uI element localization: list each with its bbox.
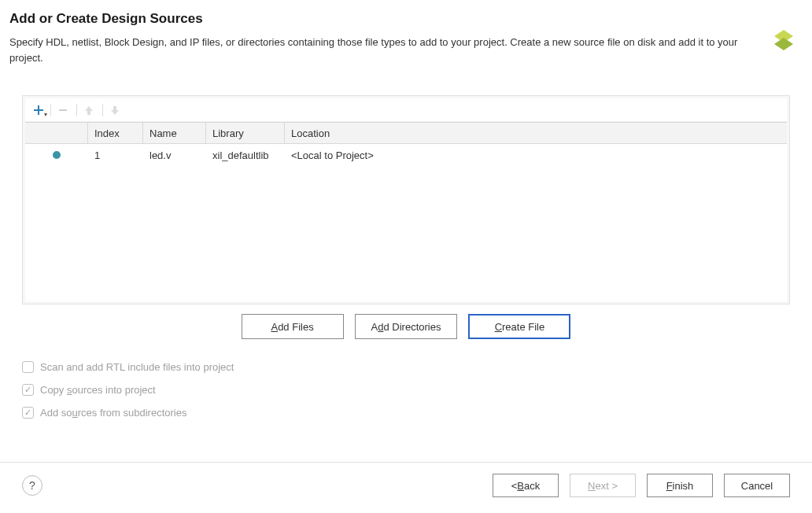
add-icon[interactable] [30, 101, 47, 119]
cell-library: xil_defaultlib [206, 149, 285, 161]
col-name-header[interactable]: Name [143, 123, 206, 143]
cell-location: <Local to Project> [285, 149, 787, 161]
xilinx-logo-icon [770, 27, 798, 55]
table-row[interactable]: 1 led.v xil_defaultlib <Local to Project… [25, 144, 787, 166]
page-title: Add or Create Design Sources [9, 11, 798, 27]
create-file-button[interactable]: Create File [468, 314, 570, 339]
remove-icon [54, 101, 72, 119]
scan-rtl-checkbox [22, 361, 34, 373]
add-subdirs-checkbox [22, 407, 34, 419]
add-files-button[interactable]: Add Files [242, 314, 344, 339]
table-toolbar: ▾ [25, 98, 787, 122]
next-button: Next > [570, 474, 636, 497]
move-down-icon [106, 101, 124, 119]
page-subtitle: Specify HDL, netlist, Block Design, and … [9, 35, 749, 65]
scan-rtl-label: Scan and add RTL include files into proj… [40, 361, 234, 373]
svg-rect-0 [59, 109, 67, 111]
col-index-header[interactable]: Index [88, 123, 143, 143]
files-table-container: ▾ Index Name Library Loc [22, 95, 790, 304]
cell-name: led.v [143, 149, 206, 161]
finish-button[interactable]: Finish [647, 474, 713, 497]
add-subdirs-label: Add sources from subdirectories [40, 407, 186, 419]
table-header-row: Index Name Library Location [25, 122, 787, 144]
add-directories-button[interactable]: Add Directories [355, 314, 458, 339]
cancel-button[interactable]: Cancel [724, 474, 790, 497]
col-library-header[interactable]: Library [206, 123, 285, 143]
cell-index: 1 [88, 149, 143, 161]
verilog-file-icon [25, 151, 88, 159]
help-button[interactable]: ? [22, 475, 42, 496]
back-button[interactable]: < Back [493, 474, 559, 497]
copy-sources-checkbox [22, 384, 34, 396]
table-body[interactable]: 1 led.v xil_defaultlib <Local to Project… [25, 144, 787, 301]
col-location-header[interactable]: Location [285, 123, 787, 143]
move-up-icon [80, 101, 98, 119]
copy-sources-label: Copy sources into project [40, 384, 156, 396]
